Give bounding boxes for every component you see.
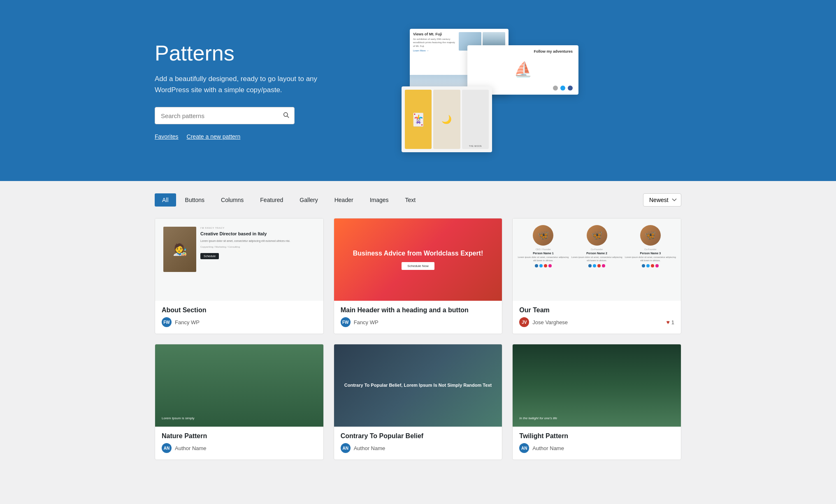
pattern-name-about: About Section — [162, 307, 317, 314]
like-count-team: ♥ 1 — [666, 319, 674, 325]
pattern-preview-team: 🦋 CEO / Founder Person Name 1 Lorem ipsu… — [513, 218, 681, 301]
search-icon — [283, 111, 289, 118]
social-icon-11 — [651, 264, 654, 267]
pattern-name-contrary: Contrary To Popular Belief — [341, 432, 496, 440]
hero-subtitle: Add a beautifully designed, ready to go … — [155, 73, 327, 95]
pattern-info-contrary: Contrary To Popular Belief AN Author Nam… — [334, 427, 502, 460]
social-icon-12 — [655, 264, 659, 267]
hero-section: Patterns Add a beautifully designed, rea… — [0, 0, 836, 181]
search-button[interactable] — [278, 107, 294, 124]
team-preview-inner: 🦋 CEO / Founder Person Name 1 Lorem ipsu… — [513, 218, 681, 301]
author-name-about: Fancy WP — [175, 319, 200, 325]
about-body: Lorem ipsum dolor sit amet, consectetur … — [200, 239, 315, 243]
svg-line-1 — [287, 116, 289, 118]
pattern-preview-nature: Lorem Ipsum is simply — [155, 344, 323, 427]
pattern-name-nature: Nature Pattern — [162, 432, 317, 440]
pattern-info-twilight: Twilight Pattern AN Author Name — [513, 427, 681, 460]
pattern-name-twilight: Twilight Pattern — [519, 432, 674, 440]
pattern-preview-about: 🧑‍🎨 I'M FANCY TRACY Creative Director ba… — [155, 218, 323, 301]
author-avatar-team: JV — [519, 317, 529, 327]
pattern-info-business: Main Header with a heading and a button … — [334, 301, 502, 334]
filter-tabs: All Buttons Columns Featured Gallery Hea… — [155, 193, 423, 207]
pattern-name-team: Our Team — [519, 307, 674, 314]
business-preview-inner: Business Advice from Worldclass Expert! … — [334, 218, 502, 301]
hero-images: Views of Mt. Fuji An exhibition of early… — [393, 25, 681, 156]
hero-content: Patterns Add a beautifully designed, rea… — [155, 41, 369, 140]
about-badge: I'M FANCY TRACY — [200, 227, 315, 229]
about-portrait-icon: 🧑‍🎨 — [163, 227, 196, 272]
team-avatar-1: 🦋 — [533, 225, 553, 246]
pattern-preview-twilight: In the twilight for one's life — [513, 344, 681, 427]
tab-featured[interactable]: Featured — [253, 193, 290, 207]
social-icon-10 — [646, 264, 650, 267]
social-icon-1 — [535, 264, 538, 267]
pattern-info-team: Our Team JV Jose Varghese ♥ 1 — [513, 301, 681, 334]
about-text: I'M FANCY TRACY Creative Director based … — [200, 227, 315, 259]
pattern-card-business[interactable]: Business Advice from Worldclass Expert! … — [334, 218, 503, 334]
author-name-contrary: Author Name — [354, 445, 385, 451]
author-avatar-contrary: AN — [341, 443, 351, 453]
twilight-preview-inner: In the twilight for one's life — [513, 344, 681, 427]
biz-heading: Business Advice from Worldclass Expert! — [345, 249, 492, 258]
social-icon-8 — [602, 264, 605, 267]
pattern-author-about: FW Fancy WP — [162, 317, 317, 327]
team-member-3: 🦋 Co-Founder Person Name 3 Lorem ipsum d… — [625, 225, 676, 267]
author-avatar-about: FW — [162, 317, 172, 327]
nature-preview-inner: Lorem Ipsum is simply — [155, 344, 323, 427]
pattern-card-team[interactable]: 🦋 CEO / Founder Person Name 1 Lorem ipsu… — [512, 218, 681, 334]
pattern-card-twilight[interactable]: In the twilight for one's life Twilight … — [512, 344, 681, 460]
team-member-1: 🦋 CEO / Founder Person Name 1 Lorem ipsu… — [518, 225, 569, 267]
social-icon-2 — [539, 264, 543, 267]
sort-select[interactable]: Newest Oldest Popular — [643, 193, 681, 207]
team-member-2: 🦋 Co-Founder Person Name 2 Lorem ipsum d… — [571, 225, 622, 267]
social-icon-9 — [642, 264, 645, 267]
author-name-twilight: Author Name — [532, 445, 564, 451]
pattern-name-business: Main Header with a heading and a button — [341, 307, 496, 314]
filter-bar: All Buttons Columns Featured Gallery Hea… — [155, 193, 681, 207]
social-icon-3 — [544, 264, 547, 267]
tab-all[interactable]: All — [155, 193, 176, 207]
author-name-team: Jose Varghese — [532, 319, 568, 325]
pattern-info-nature: Nature Pattern AN Author Name — [155, 427, 323, 460]
pattern-card-nature[interactable]: Lorem Ipsum is simply Nature Pattern AN … — [155, 344, 324, 460]
author-avatar-nature: AN — [162, 443, 172, 453]
search-input[interactable] — [155, 108, 278, 123]
tab-buttons[interactable]: Buttons — [178, 193, 212, 207]
author-avatar-business: FW — [341, 317, 351, 327]
favorites-link[interactable]: Favorites — [155, 133, 179, 140]
about-heading: Creative Director based in Italy — [200, 231, 315, 237]
pattern-author-nature: AN Author Name — [162, 443, 317, 453]
author-name-nature: Author Name — [175, 445, 207, 451]
tab-images[interactable]: Images — [362, 193, 396, 207]
tab-text[interactable]: Text — [398, 193, 423, 207]
sort-wrapper: Newest Oldest Popular — [643, 193, 681, 207]
pattern-card-contrary[interactable]: Contrary To Popular Belief, Lorem Ipsum … — [334, 344, 503, 460]
hero-links: Favorites Create a new pattern — [155, 133, 369, 140]
tab-header[interactable]: Header — [327, 193, 361, 207]
pattern-preview-contrary: Contrary To Popular Belief, Lorem Ipsum … — [334, 344, 502, 427]
social-icon-7 — [597, 264, 601, 267]
pattern-author-business: FW Fancy WP — [341, 317, 496, 327]
heart-icon: ♥ — [666, 319, 669, 325]
about-tags: Copywriting / Marketing / Consulting — [200, 246, 315, 248]
social-icon-6 — [593, 264, 596, 267]
pattern-author-twilight: AN Author Name — [519, 443, 674, 453]
tab-gallery[interactable]: Gallery — [292, 193, 325, 207]
author-avatar-twilight: AN — [519, 443, 529, 453]
author-name-business: Fancy WP — [354, 319, 379, 325]
pattern-grid: 🧑‍🎨 I'M FANCY TRACY Creative Director ba… — [155, 218, 681, 460]
pattern-card-about[interactable]: 🧑‍🎨 I'M FANCY TRACY Creative Director ba… — [155, 218, 324, 334]
main-content: All Buttons Columns Featured Gallery Hea… — [130, 181, 706, 472]
nature-text: Lorem Ipsum is simply — [162, 416, 195, 420]
create-pattern-link[interactable]: Create a new pattern — [187, 133, 241, 140]
search-container — [155, 107, 295, 124]
page-title: Patterns — [155, 41, 369, 66]
contrary-preview-inner: Contrary To Popular Belief, Lorem Ipsum … — [334, 344, 502, 427]
tab-columns[interactable]: Columns — [214, 193, 251, 207]
pattern-preview-business: Business Advice from Worldclass Expert! … — [334, 218, 502, 301]
social-icon-5 — [588, 264, 592, 267]
contrary-text: Contrary To Popular Belief, Lorem Ipsum … — [344, 382, 492, 388]
like-number: 1 — [671, 319, 674, 325]
twilight-text: In the twilight for one's life — [519, 416, 557, 420]
team-avatar-2: 🦋 — [587, 225, 607, 246]
